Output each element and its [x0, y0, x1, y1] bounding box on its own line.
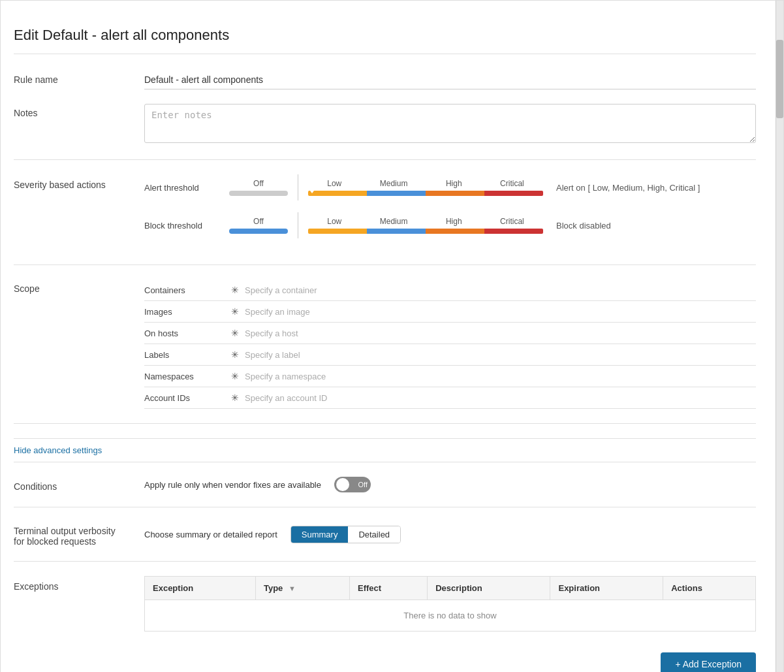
hide-advanced-link[interactable]: Hide advanced settings — [14, 438, 756, 462]
block-low-label: Low — [327, 217, 341, 226]
filter-icon[interactable]: ▼ — [289, 584, 296, 592]
alert-threshold-row: Alert threshold Off Low Medium High — [144, 174, 756, 200]
rule-name-value: Default - alert all components — [144, 71, 756, 89]
scope-field-name-5: Account IDs — [144, 393, 229, 403]
scope-field-input-2[interactable]: ✳ Specify a host — [229, 328, 756, 338]
divider-3 — [14, 423, 756, 424]
alert-off-track[interactable] — [229, 191, 288, 196]
exceptions-thead: Exception Type ▼ Effect Description Expi… — [145, 577, 756, 600]
slider-divider-2 — [298, 212, 298, 238]
scope-field-name-3: Labels — [144, 350, 229, 360]
block-medium-label: Medium — [380, 217, 408, 226]
asterisk-icon-2: ✳ — [229, 328, 241, 338]
rule-name-row: Rule name Default - alert all components — [14, 71, 756, 89]
block-track-medium — [367, 229, 426, 234]
low-label: Low — [327, 179, 341, 188]
scope-placeholder-5: Specify an account ID — [245, 393, 327, 403]
verbosity-summary-btn[interactable]: Summary — [291, 526, 349, 543]
divider-5 — [14, 561, 756, 562]
verbosity-detailed-btn[interactable]: Detailed — [348, 526, 400, 543]
scrollbar[interactable] — [776, 1, 783, 672]
severity-row: Severity based actions Alert threshold O… — [14, 174, 756, 250]
scope-fields: Containers ✳ Specify a container Images … — [144, 280, 756, 409]
block-off-track[interactable] — [229, 229, 288, 234]
notes-textarea[interactable] — [144, 104, 756, 143]
scope-field-row-2: On hosts ✳ Specify a host — [144, 323, 756, 344]
track-low — [308, 191, 367, 196]
scope-field-row-3: Labels ✳ Specify a label — [144, 344, 756, 366]
scope-field-input-0[interactable]: ✳ Specify a container — [229, 285, 756, 295]
exceptions-table-area: Exception Type ▼ Effect Description Expi… — [144, 576, 756, 632]
vendor-fixes-toggle[interactable]: Off — [334, 477, 371, 492]
block-high-label: High — [446, 217, 462, 226]
page-title: Edit Default - alert all components — [14, 14, 756, 54]
alert-slider-area: Off Low Medium High Critical — [229, 174, 543, 200]
notes-label: Notes — [14, 104, 144, 118]
alert-description: Alert on [ Low, Medium, High, Critical ] — [556, 183, 700, 193]
block-slider-labels: Low Medium High Critical — [308, 217, 543, 226]
scope-field-input-1[interactable]: ✳ Specify an image — [229, 306, 756, 317]
asterisk-icon-0: ✳ — [229, 285, 241, 295]
verbosity-label-line1: Terminal output verbosity — [14, 526, 116, 536]
block-track[interactable] — [308, 229, 543, 234]
alert-threshold-label: Alert threshold — [144, 183, 229, 193]
slider-divider-1 — [298, 174, 298, 200]
block-threshold-row: Block threshold Off Low Mediu — [144, 212, 756, 238]
scrollbar-thumb[interactable] — [776, 40, 783, 118]
col-type: Type ▼ — [255, 577, 349, 600]
toggle-off-label: Off — [358, 481, 368, 488]
block-track-critical — [484, 229, 543, 234]
alert-marker — [308, 191, 316, 193]
block-description: Block disabled — [556, 221, 611, 231]
scope-placeholder-4: Specify a namespace — [245, 372, 326, 381]
verbosity-row: Terminal output verbosity for blocked re… — [14, 522, 756, 547]
verbosity-label-line2: for blocked requests — [14, 536, 96, 547]
col-actions: Actions — [663, 577, 756, 600]
alert-slider-labels: Low Medium High Critical — [308, 179, 543, 188]
alert-slider-colored: Low Medium High Critical — [308, 179, 543, 196]
alert-track[interactable] — [308, 191, 543, 196]
divider-2 — [14, 264, 756, 265]
col-effect: Effect — [350, 577, 428, 600]
scope-row: Scope Containers ✳ Specify a container I… — [14, 280, 756, 409]
exceptions-label: Exceptions — [14, 576, 144, 592]
verbosity-description: Choose summary or detailed report — [144, 530, 277, 539]
scope-field-name-0: Containers — [144, 285, 229, 295]
main-content: Edit Default - alert all components Rule… — [1, 1, 776, 672]
scope-field-name-2: On hosts — [144, 328, 229, 338]
exceptions-table: Exception Type ▼ Effect Description Expi… — [144, 576, 756, 632]
add-exception-row: + Add Exception — [14, 646, 756, 672]
rule-name-label: Rule name — [14, 71, 144, 85]
add-exception-button[interactable]: + Add Exception — [661, 652, 756, 672]
exceptions-header-row: Exception Type ▼ Effect Description Expi… — [145, 577, 756, 600]
severity-controls: Alert threshold Off Low Medium High — [144, 174, 756, 250]
block-track-low — [308, 229, 367, 234]
alert-off-label: Off — [253, 179, 264, 188]
rule-name-control: Default - alert all components — [144, 71, 756, 89]
scope-field-input-5[interactable]: ✳ Specify an account ID — [229, 392, 756, 403]
asterisk-icon-1: ✳ — [229, 306, 241, 317]
asterisk-icon-4: ✳ — [229, 371, 241, 381]
scope-field-input-3[interactable]: ✳ Specify a label — [229, 349, 756, 360]
severity-label: Severity based actions — [14, 174, 144, 190]
notes-control — [144, 104, 756, 145]
verbosity-toggle-group: Summary Detailed — [290, 526, 401, 543]
scope-field-name-4: Namespaces — [144, 372, 229, 381]
scope-label: Scope — [14, 280, 144, 294]
col-description: Description — [428, 577, 550, 600]
exceptions-empty-row: There is no data to show — [145, 600, 756, 632]
block-off-label: Off — [253, 217, 264, 226]
scope-placeholder-2: Specify a host — [245, 328, 298, 338]
scope-field-input-4[interactable]: ✳ Specify a namespace — [229, 371, 756, 381]
notes-row: Notes — [14, 104, 756, 145]
conditions-label: Conditions — [14, 477, 144, 492]
exceptions-tbody: There is no data to show — [145, 600, 756, 632]
scope-field-row-0: Containers ✳ Specify a container — [144, 280, 756, 301]
asterisk-icon-5: ✳ — [229, 392, 241, 403]
scope-field-row-4: Namespaces ✳ Specify a namespace — [144, 366, 756, 387]
exceptions-row: Exceptions Exception Type ▼ Effect Descr… — [14, 576, 756, 632]
scope-placeholder-1: Specify an image — [245, 307, 310, 317]
track-medium — [367, 191, 426, 196]
scope-field-row-1: Images ✳ Specify an image — [144, 301, 756, 323]
scope-field-row-5: Account IDs ✳ Specify an account ID — [144, 387, 756, 409]
